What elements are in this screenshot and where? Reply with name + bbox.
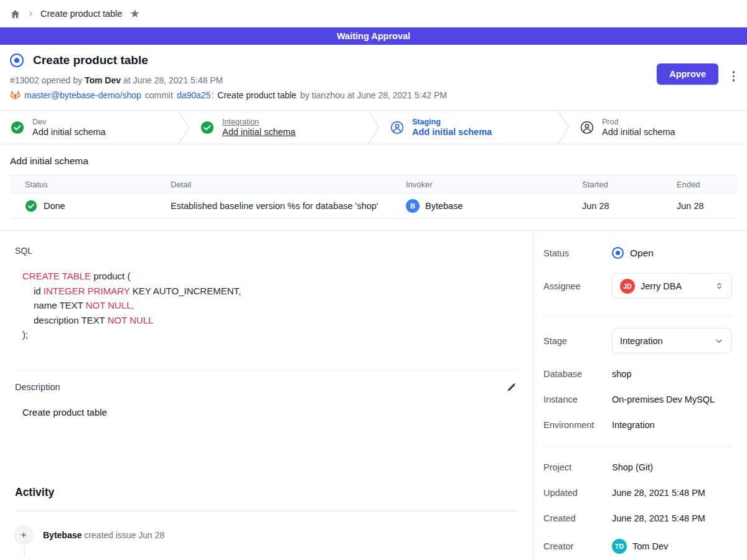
sql-keyword: CREATE TABLE: [22, 271, 91, 281]
issue-header: Create product table #13002 opened by To…: [0, 45, 747, 110]
edit-description-pencil-icon[interactable]: [505, 381, 518, 394]
sql-text: product (: [91, 271, 130, 281]
banner-text: Waiting Approval: [337, 31, 410, 41]
created-label: Created: [543, 513, 612, 523]
stage-prod[interactable]: Prod Add initial schema: [570, 111, 747, 144]
issue-id: #13002 opened by: [10, 75, 85, 85]
chevron-down-icon: [714, 336, 724, 346]
row-ended: Jun 28: [662, 201, 737, 211]
content-area: SQL CREATE TABLE product ( id INTEGER PR…: [0, 230, 747, 560]
issue-author: Tom Dev: [85, 75, 121, 85]
sql-text: name TEXT: [34, 300, 86, 310]
plus-icon: +: [15, 526, 32, 544]
approve-button[interactable]: Approve: [657, 63, 718, 85]
description-body[interactable]: Create product table: [22, 407, 518, 418]
description-label: Description: [15, 382, 60, 392]
stage-task-label: Add initial schema: [412, 127, 492, 137]
activity-action: created issue Jun 28: [82, 530, 164, 540]
sql-label: SQL: [15, 246, 518, 256]
row-started: Jun 28: [567, 201, 662, 211]
issue-title: Create product table: [33, 54, 148, 67]
commit-word: commit: [145, 90, 173, 100]
commit-byline: by tianzhou at June 28, 2021 5:42 PM: [300, 90, 447, 100]
stage-done-check-icon: [200, 121, 214, 134]
favorite-star-icon[interactable]: ★: [129, 8, 139, 19]
database-label: Database: [543, 369, 612, 379]
instance-value[interactable]: On-premises Dev MySQL: [612, 394, 715, 404]
col-invoker: Invoker: [391, 180, 567, 189]
environment-value[interactable]: Integration: [612, 420, 655, 430]
waiting-approval-banner: Waiting Approval: [0, 27, 747, 45]
main-column: SQL CREATE TABLE product ( id INTEGER PR…: [0, 231, 533, 560]
breadcrumb-page-title[interactable]: Create product table: [40, 9, 122, 19]
stage-env-label: Prod: [602, 118, 675, 126]
sql-text: );: [22, 329, 28, 340]
home-icon[interactable]: [10, 9, 21, 19]
sql-text: id: [34, 286, 44, 296]
divider: [15, 370, 518, 371]
sql-keyword: INTEGER PRIMARY: [44, 286, 130, 296]
sql-text: KEY AUTO_INCREMENT,: [129, 286, 241, 296]
stage-dev[interactable]: Dev Add initial schema: [0, 111, 177, 144]
database-value[interactable]: shop: [612, 369, 631, 379]
stage-separator: [557, 111, 570, 144]
bytebase-avatar: B: [406, 199, 420, 213]
stage-select[interactable]: Integration: [612, 328, 732, 353]
task-section: Add initial schema Status Detail Invoker…: [0, 144, 747, 230]
project-label: Project: [543, 462, 612, 472]
stage-value: Integration: [620, 336, 708, 346]
status-value: Open: [630, 248, 654, 259]
gitlab-icon: [10, 90, 21, 100]
creator-value: Tom Dev: [632, 541, 668, 551]
sql-keyword: NOT NULL,: [86, 300, 134, 310]
table-row[interactable]: Done Established baseline version %s for…: [10, 194, 737, 218]
col-ended: Ended: [662, 180, 737, 189]
stage-task-label[interactable]: Add initial schema: [222, 127, 296, 137]
updated-value: June 28, 2021 5:48 PM: [612, 488, 705, 498]
stage-staging[interactable]: Staging Add initial schema: [380, 111, 557, 144]
commit-colon: :: [211, 90, 214, 100]
commit-hash-link[interactable]: da90a25: [177, 90, 211, 100]
instance-label: Instance: [543, 394, 612, 404]
creator-label: Creator: [543, 541, 612, 551]
commit-row: master@bytebase-demo/shop commit da90a25…: [10, 90, 737, 100]
commit-branch-link[interactable]: master@bytebase-demo/shop: [24, 90, 141, 100]
stage-env-label: Staging: [412, 118, 492, 126]
stage-task-label: Add initial schema: [602, 127, 675, 137]
assignee-label: Assignee: [543, 281, 612, 291]
col-status: Status: [10, 180, 156, 189]
col-started: Started: [567, 180, 662, 189]
divider: [15, 511, 518, 511]
task-heading: Add initial schema: [10, 156, 737, 167]
stage-task-label: Add initial schema: [32, 127, 106, 137]
chevron-right-icon: [27, 10, 34, 17]
stage-integration[interactable]: Integration Add initial schema: [190, 111, 367, 144]
divider: [543, 315, 732, 315]
stage-done-check-icon: [11, 121, 24, 134]
task-table: Status Detail Invoker Started Ended Done…: [10, 175, 737, 219]
more-actions-menu-icon[interactable]: [731, 70, 736, 83]
created-value: June 28, 2021 5:48 PM: [612, 513, 705, 523]
issue-open-status-icon: [10, 54, 24, 67]
activity-item: + Bytebase created issue Jun 28: [15, 526, 518, 544]
creator-avatar: TD: [612, 539, 627, 554]
pipeline-stages: Dev Add initial schema Integration Add i…: [0, 110, 747, 144]
sql-code-block: CREATE TABLE product ( id INTEGER PRIMAR…: [15, 269, 518, 342]
breadcrumb: Create product table ★: [0, 0, 747, 27]
stage-pending-approval-icon: [390, 121, 404, 134]
project-value[interactable]: Shop (Git): [612, 462, 653, 472]
issue-opened-time: at June 28, 2021 5:48 PM: [121, 75, 223, 85]
done-check-icon: [25, 200, 37, 212]
divider: [543, 446, 732, 447]
stage-env-label[interactable]: Integration: [222, 118, 296, 126]
col-detail: Detail: [156, 180, 391, 189]
updated-label: Updated: [543, 488, 612, 498]
stage-separator: [177, 111, 190, 144]
status-label: Status: [543, 248, 612, 258]
stage-label: Stage: [543, 336, 612, 346]
environment-label: Environment: [543, 420, 612, 430]
assignee-select[interactable]: JD Jerry DBA: [612, 273, 732, 299]
task-table-header: Status Detail Invoker Started Ended: [10, 175, 737, 194]
row-invoker: Bytebase: [425, 201, 463, 211]
stage-pending-icon: [580, 121, 594, 134]
